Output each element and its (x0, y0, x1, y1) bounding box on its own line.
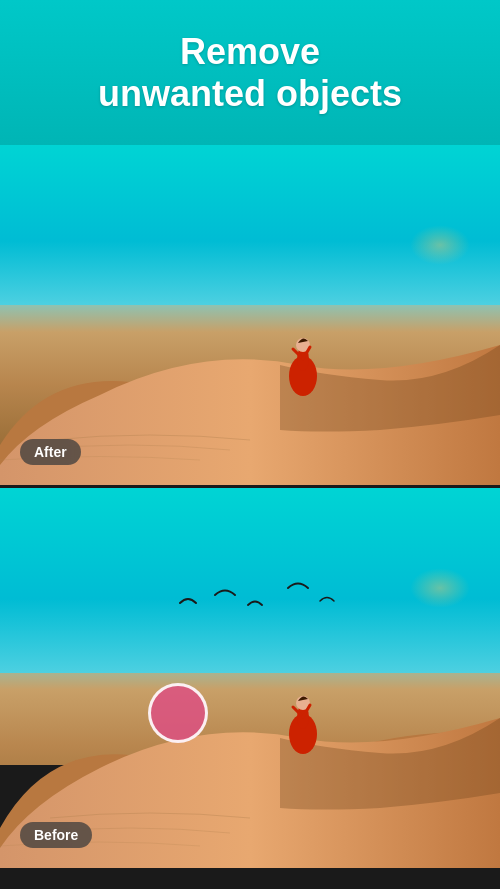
figure-woman-before (288, 689, 318, 758)
after-image-panel: After (0, 145, 500, 485)
birds-group (160, 573, 380, 637)
headline-line2: unwanted objects (98, 73, 402, 114)
after-label: After (20, 439, 81, 465)
headline-line1: Remove (180, 31, 320, 72)
headline: Remove unwanted objects (98, 31, 402, 114)
before-image-panel: Before (0, 488, 500, 868)
sun-glow (410, 225, 470, 265)
figure-woman-after (288, 331, 318, 400)
sun-glow-before (410, 568, 470, 608)
before-label: Before (20, 822, 92, 848)
header-section: Remove unwanted objects (0, 0, 500, 145)
brush-circle (148, 683, 208, 743)
